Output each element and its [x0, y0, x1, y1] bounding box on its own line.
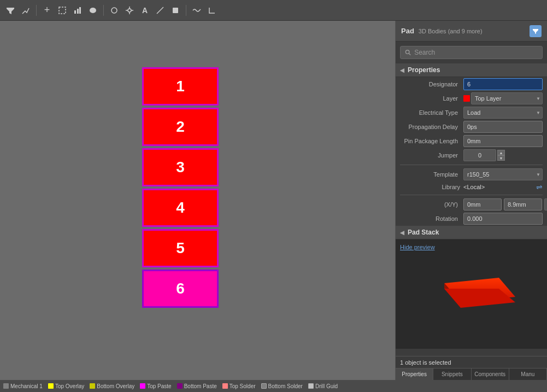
- layer-bottom-paste[interactable]: Bottom Paste: [177, 383, 217, 389]
- tab-properties[interactable]: Properties: [396, 368, 433, 380]
- layer-bottom-solder[interactable]: Bottom Solder: [261, 383, 303, 389]
- bottom-overlay-dot: [90, 383, 95, 389]
- pad-1[interactable]: 1: [142, 67, 219, 106]
- filter-button[interactable]: [530, 25, 542, 37]
- tab-manu[interactable]: Manu: [509, 368, 547, 380]
- filter-icon[interactable]: [4, 4, 16, 16]
- drill-guide-label: Drill Guid: [315, 383, 338, 389]
- svg-point-13: [405, 50, 409, 54]
- propagation-delay-row: Propagation Delay: [396, 120, 547, 134]
- bottom-solder-dot: [261, 383, 267, 389]
- panel-tabs: Properties Snippets Components Manu: [396, 368, 547, 380]
- wave-icon[interactable]: [191, 4, 203, 16]
- library-row: Library <Local> ⇌: [396, 182, 547, 192]
- top-paste-dot: [140, 383, 145, 389]
- tab-snippets[interactable]: Snippets: [433, 368, 471, 380]
- layer-select[interactable]: Top Layer: [471, 92, 543, 104]
- layer-bottom-overlay[interactable]: Bottom Overlay: [90, 383, 134, 389]
- top-overlay-label: Top Overlay: [55, 383, 84, 389]
- svg-rect-2: [77, 9, 79, 14]
- rotation-row: Rotation: [396, 212, 547, 226]
- route-icon[interactable]: [20, 4, 32, 16]
- layer-mechanical[interactable]: Mechanical 1: [3, 383, 43, 389]
- select-rect-icon[interactable]: [56, 4, 68, 16]
- xy-control: 🔒: [463, 198, 547, 210]
- layer-top-paste[interactable]: Top Paste: [140, 383, 171, 389]
- pad-preview-area: Hide preview: [396, 239, 547, 349]
- jumper-decrement-button[interactable]: ▼: [497, 155, 505, 161]
- corner-icon[interactable]: [206, 4, 218, 16]
- drill-guide-dot: [308, 383, 314, 389]
- template-select[interactable]: r150_55: [463, 168, 543, 180]
- tab-components[interactable]: Components: [472, 368, 509, 380]
- pin-package-length-control: [463, 135, 543, 147]
- pads-container: 1 2 3 4 5 6: [142, 67, 219, 308]
- x-input[interactable]: [463, 198, 502, 210]
- svg-line-11: [157, 7, 163, 14]
- designator-control: [463, 78, 543, 90]
- hide-preview-button[interactable]: Hide preview: [400, 244, 435, 250]
- electrical-type-label: Electrical Type: [400, 109, 460, 116]
- status-selected-text: 1 object is selected: [400, 359, 451, 366]
- mechanical-label: Mechanical 1: [10, 383, 43, 389]
- electrical-type-select[interactable]: Load: [463, 107, 543, 119]
- paint-icon[interactable]: [87, 4, 99, 16]
- pad-4[interactable]: 4: [142, 189, 219, 227]
- top-solder-label: Top Solder: [230, 383, 256, 389]
- region-icon[interactable]: [169, 4, 181, 16]
- bottom-overlay-label: Bottom Overlay: [97, 383, 134, 389]
- y-input[interactable]: [504, 198, 542, 210]
- jumper-increment-button[interactable]: ▲: [497, 150, 505, 155]
- svg-line-14: [409, 54, 410, 55]
- template-control: r150_55: [463, 168, 543, 180]
- rotation-label: Rotation: [400, 215, 460, 222]
- pad-stack-title: Pad Stack: [408, 229, 439, 236]
- separator-line-1: [400, 165, 543, 165]
- jumper-input[interactable]: [463, 149, 496, 161]
- pin-package-length-label: Pin Package Length: [400, 138, 460, 144]
- pad-4-label: 4: [176, 199, 185, 217]
- pad-1-label: 1: [176, 78, 185, 95]
- template-select-wrapper: r150_55: [463, 168, 543, 180]
- chart-icon[interactable]: [72, 4, 84, 16]
- layer-top-overlay[interactable]: Top Overlay: [48, 383, 84, 389]
- top-solder-dot: [222, 383, 228, 389]
- add-icon[interactable]: +: [41, 4, 53, 16]
- layer-strip: Mechanical 1 Top Overlay Bottom Overlay …: [0, 380, 547, 392]
- search-input[interactable]: [414, 49, 538, 56]
- separator-1: [36, 5, 37, 16]
- canvas-area[interactable]: 1 2 3 4 5 6: [0, 21, 395, 380]
- pin-package-length-input[interactable]: [463, 135, 543, 147]
- pad-2-label: 2: [176, 118, 185, 136]
- properties-section-header[interactable]: ◀ Properties: [396, 63, 547, 77]
- pad-2[interactable]: 2: [142, 108, 219, 146]
- crosshair-icon[interactable]: [123, 4, 136, 16]
- layer-select-wrapper: Top Layer: [471, 92, 543, 104]
- panel-header: Pad 3D Bodies (and 9 more): [396, 21, 547, 42]
- layer-drill-guide[interactable]: Drill Guid: [308, 383, 338, 389]
- layer-top-solder[interactable]: Top Solder: [222, 383, 256, 389]
- layer-control: Top Layer: [463, 92, 543, 104]
- line-icon[interactable]: [154, 4, 166, 16]
- search-box: [400, 46, 543, 59]
- top-overlay-dot: [48, 383, 54, 389]
- svg-rect-12: [173, 8, 178, 13]
- svg-rect-0: [59, 7, 66, 14]
- circle-icon[interactable]: [108, 4, 120, 16]
- lock-button[interactable]: 🔒: [544, 198, 547, 210]
- electrical-type-select-wrapper: Load: [463, 107, 543, 119]
- pad-6-label: 6: [176, 280, 185, 297]
- propagation-delay-control: [463, 121, 543, 133]
- propagation-delay-input[interactable]: [463, 121, 543, 133]
- svg-point-6: [128, 9, 131, 12]
- pad-6[interactable]: 6: [142, 270, 219, 308]
- pad-stack-section-header[interactable]: ◀ Pad Stack: [396, 226, 547, 239]
- designator-input[interactable]: [463, 78, 543, 90]
- library-link-icon[interactable]: ⇌: [536, 183, 543, 191]
- layer-row: Layer Top Layer: [396, 91, 547, 106]
- rotation-control: [463, 213, 543, 225]
- text-icon[interactable]: A: [139, 4, 151, 16]
- pad-3[interactable]: 3: [142, 148, 219, 186]
- rotation-input[interactable]: [463, 213, 543, 225]
- pad-5[interactable]: 5: [142, 229, 219, 267]
